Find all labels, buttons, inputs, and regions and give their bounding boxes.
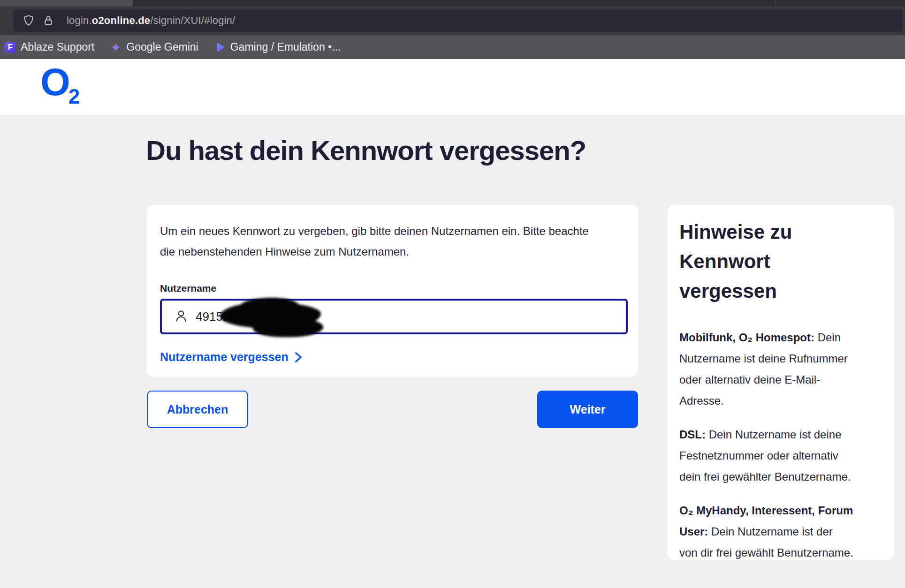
bookmark-item-ablaze-support[interactable]: F Ablaze Support: [5, 41, 94, 53]
browser-toolbar: login.o2online.de/signin/XUI/#login/: [0, 6, 905, 35]
bookmark-label: Google Gemini: [126, 41, 198, 53]
flarum-icon: F: [5, 42, 16, 53]
bookmark-label: Ablaze Support: [21, 41, 94, 53]
o2-logo-subscript: 2: [68, 85, 80, 108]
intro-text: Um ein neues Kennwort zu vergeben, gib b…: [160, 221, 599, 262]
hint-paragraph-myhandy: O₂ MyHandy, Interessent, Forum User: Dei…: [679, 500, 854, 563]
url-text: login.o2online.de/signin/XUI/#login/: [67, 15, 235, 27]
bookmark-label: Gaming / Emulation •...: [230, 41, 341, 53]
page-title: Du hast dein Kennwort vergessen?: [146, 135, 586, 166]
o2-logo-letter: O: [40, 60, 69, 103]
shield-icon[interactable]: [21, 13, 37, 29]
tab-divider: [324, 0, 324, 6]
gemini-icon: [110, 42, 122, 53]
hint-paragraph-dsl: DSL: Dein Nutzername ist deine Festnetzn…: [679, 424, 854, 487]
username-field-wrap: [160, 299, 628, 334]
play-icon: [214, 42, 226, 53]
hints-title: Hinweise zu Kennwort vergessen: [679, 217, 844, 306]
tab-divider: [775, 0, 776, 6]
url-path: /signin/XUI/#login/: [150, 15, 235, 26]
username-label: Nutzername: [160, 283, 619, 294]
forgot-username-label: Nutzername vergessen: [160, 350, 289, 364]
bookmark-item-gaming-emulation[interactable]: Gaming / Emulation •...: [214, 41, 341, 53]
url-domain: o2online.de: [92, 15, 150, 26]
site-header: O2: [0, 59, 905, 115]
o2-logo[interactable]: O2: [40, 63, 81, 101]
page-content: Du hast dein Kennwort vergessen? Um ein …: [0, 115, 905, 588]
hint-bold: DSL:: [679, 428, 706, 441]
cancel-button[interactable]: Abbrechen: [147, 391, 248, 428]
tab-strip: [0, 0, 905, 6]
browser-window: login.o2online.de/signin/XUI/#login/ F A…: [0, 0, 905, 588]
button-row: Abbrechen Weiter: [147, 391, 638, 428]
next-button[interactable]: Weiter: [537, 391, 638, 428]
chevron-right-icon: [293, 351, 304, 363]
hint-bold: Mobilfunk, O₂ Homespot:: [679, 331, 814, 344]
hint-paragraph-mobilfunk: Mobilfunk, O₂ Homespot: Dein Nutzername …: [679, 327, 854, 411]
forgot-username-link[interactable]: Nutzername vergessen: [160, 350, 304, 364]
address-bar[interactable]: login.o2online.de/signin/XUI/#login/: [13, 9, 903, 32]
hints-card: Hinweise zu Kennwort vergessen Mobilfunk…: [668, 205, 894, 560]
bookmark-item-google-gemini[interactable]: Google Gemini: [110, 41, 198, 53]
redaction-overlay: [220, 302, 321, 329]
url-subdomain: login.: [67, 15, 92, 26]
tab-strip-segment: [0, 0, 133, 6]
lock-icon[interactable]: [40, 13, 56, 29]
password-reset-card: Um ein neues Kennwort zu vergeben, gib b…: [147, 205, 638, 377]
bookmarks-bar: F Ablaze Support: [0, 35, 905, 59]
